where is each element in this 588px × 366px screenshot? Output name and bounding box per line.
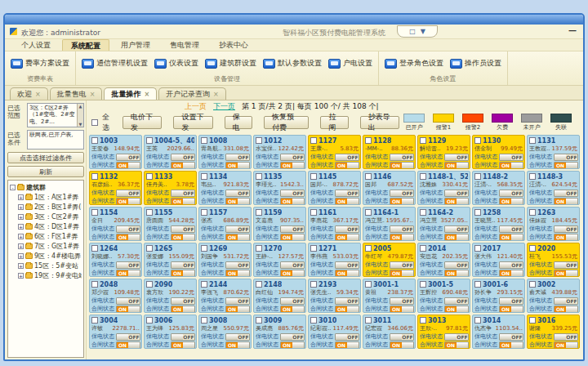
- room-card[interactable]: 3013王欣-..97.81元保电状态OFF合闸状态ON: [417, 315, 470, 349]
- power-protect-toggle[interactable]: OFF: [335, 333, 359, 341]
- room-checkbox[interactable]: [91, 137, 98, 144]
- switch-toggle[interactable]: ON: [335, 341, 359, 349]
- power-protect-toggle[interactable]: OFF: [390, 261, 414, 269]
- room-card[interactable]: 1127王康-..5.83元保电状态OFF合闸状态ON: [308, 135, 361, 169]
- switch-toggle[interactable]: ON: [390, 198, 414, 205]
- room-card[interactable]: 1265张爱娜155.09元保电状态OFF合闸状态ON: [144, 243, 197, 277]
- room-checkbox[interactable]: [420, 209, 426, 216]
- room-checkbox[interactable]: [201, 317, 207, 324]
- room-checkbox[interactable]: [310, 137, 317, 144]
- switch-toggle[interactable]: ON: [171, 234, 195, 241]
- room-checkbox[interactable]: [91, 173, 98, 180]
- room-card[interactable]: 1270王静-..127.57元保电状态OFF合闸状态ON: [253, 243, 306, 277]
- room-checkbox[interactable]: [256, 137, 262, 144]
- room-card[interactable]: 3008周之星550.97元保电状态OFF合闸状态ON: [198, 315, 252, 349]
- room-checkbox[interactable]: [529, 209, 536, 216]
- room-card[interactable]: 1004-5、40-1王英2029.66..保电状态OFF合闸状态ON: [144, 135, 197, 169]
- room-card[interactable]: 1271李伟燕533.03元保电状态OFF合闸状态ON: [308, 243, 361, 277]
- power-protect-toggle[interactable]: OFF: [116, 333, 140, 341]
- ribbon-button[interactable]: 登录角色设置: [382, 56, 446, 70]
- tree-node[interactable]: +1区：A区1#弄: [10, 192, 82, 202]
- power-protect-toggle[interactable]: OFF: [116, 225, 140, 233]
- room-card[interactable]: 1263佳妹霞184.45元保电状态OFF合闸状态ON: [527, 207, 580, 241]
- room-checkbox[interactable]: [146, 317, 153, 324]
- switch-toggle[interactable]: ON: [554, 198, 578, 205]
- menu-item-抄表中心[interactable]: 抄表中心: [211, 39, 256, 51]
- action-button[interactable]: 恢复预付费: [264, 116, 309, 129]
- room-checkbox[interactable]: [474, 173, 481, 180]
- room-card[interactable]: 2090袁方欣190.22元保电状态OFF合闸状态ON: [144, 279, 197, 313]
- ribbon-button[interactable]: 仪表设置: [152, 56, 201, 70]
- expand-icon[interactable]: +: [18, 214, 24, 220]
- room-checkbox[interactable]: [365, 173, 372, 180]
- switch-toggle[interactable]: ON: [225, 270, 250, 277]
- power-protect-toggle[interactable]: OFF: [499, 333, 523, 341]
- action-button[interactable]: 设置下发: [173, 116, 212, 129]
- room-card[interactable]: 3016谢隆339.25元保电状态OFF合闸状态ON: [527, 315, 580, 349]
- switch-toggle[interactable]: ON: [390, 234, 414, 241]
- power-protect-toggle[interactable]: OFF: [225, 333, 250, 341]
- switch-toggle[interactable]: ON: [280, 234, 305, 241]
- switch-toggle[interactable]: ON: [116, 306, 140, 313]
- room-checkbox[interactable]: [201, 137, 207, 144]
- tree-node[interactable]: +6区：F区1#弄（F区...: [10, 231, 82, 241]
- ribbon-button[interactable]: 户电设置: [326, 56, 375, 70]
- switch-toggle[interactable]: ON: [171, 162, 195, 169]
- expand-icon[interactable]: +: [18, 263, 24, 269]
- room-checkbox[interactable]: [420, 173, 426, 180]
- room-card[interactable]: 3001-1黄祖238.37元保电状态OFF合闸状态ON: [363, 279, 416, 313]
- menu-item-用户管理[interactable]: 用户管理: [113, 39, 158, 51]
- expand-icon[interactable]: +: [18, 234, 24, 239]
- room-card[interactable]: 2020桂飞155.53元保电状态OFF合闸状态ON: [527, 243, 580, 277]
- power-protect-toggle[interactable]: OFF: [116, 297, 140, 305]
- power-protect-toggle[interactable]: OFF: [499, 190, 523, 197]
- switch-toggle[interactable]: ON: [390, 306, 414, 313]
- switch-toggle[interactable]: ON: [280, 198, 305, 205]
- switch-toggle[interactable]: ON: [171, 270, 195, 277]
- room-checkbox[interactable]: [420, 317, 426, 324]
- switch-toggle[interactable]: ON: [171, 306, 195, 313]
- tab-欢迎[interactable]: 欢迎×: [10, 87, 48, 100]
- switch-toggle[interactable]: ON: [554, 270, 578, 277]
- switch-toggle[interactable]: ON: [116, 234, 140, 241]
- power-protect-toggle[interactable]: OFF: [444, 225, 469, 233]
- minimize-button[interactable]: —: [568, 26, 577, 35]
- collapse-icon[interactable]: -: [10, 185, 16, 190]
- expand-icon[interactable]: +: [18, 253, 24, 259]
- room-card[interactable]: 1133佳丹美..3.78元保电状态OFF合闸状态ON: [144, 171, 197, 205]
- room-card[interactable]: 1157张杰686.89元保电状态OFF合闸状态ON: [198, 207, 252, 241]
- power-protect-toggle[interactable]: OFF: [554, 333, 578, 341]
- power-protect-toggle[interactable]: OFF: [171, 297, 195, 305]
- tab-批量售电[interactable]: 批量售电×: [50, 87, 103, 100]
- room-checkbox[interactable]: [365, 245, 372, 252]
- switch-toggle[interactable]: ON: [444, 162, 469, 169]
- room-card[interactable]: 1154金日209.45元保电状态OFF合闸状态ON: [89, 207, 142, 241]
- power-protect-toggle[interactable]: OFF: [280, 154, 305, 161]
- room-checkbox[interactable]: [474, 245, 481, 252]
- room-card[interactable]: 1134韦品..921.83元保电状态OFF合闸状态ON: [198, 171, 252, 205]
- switch-toggle[interactable]: ON: [390, 341, 414, 349]
- room-checkbox[interactable]: [256, 245, 262, 252]
- tree-node[interactable]: +19区：9#变电站（2...: [10, 270, 82, 280]
- power-protect-toggle[interactable]: OFF: [335, 154, 359, 161]
- power-protect-toggle[interactable]: OFF: [554, 154, 578, 161]
- room-card[interactable]: 1132石彦娟..36.37元保电状态OFF合闸状态ON: [89, 171, 142, 205]
- power-protect-toggle[interactable]: OFF: [390, 225, 414, 233]
- power-protect-toggle[interactable]: OFF: [335, 261, 359, 269]
- room-checkbox[interactable]: [310, 281, 317, 288]
- switch-toggle[interactable]: ON: [280, 270, 305, 277]
- switch-toggle[interactable]: ON: [444, 341, 469, 349]
- switch-toggle[interactable]: ON: [280, 162, 305, 169]
- power-protect-toggle[interactable]: OFF: [225, 190, 250, 197]
- tree-node[interactable]: +4区：D区1#弄（D区...: [10, 221, 82, 231]
- room-checkbox[interactable]: [146, 137, 153, 144]
- ribbon-button[interactable]: 通信管理机设置: [79, 56, 150, 70]
- power-protect-toggle[interactable]: OFF: [444, 154, 469, 161]
- room-card[interactable]: 1012水宝保..122.42元保电状态OFF合闸状态ON: [253, 135, 306, 169]
- room-checkbox[interactable]: [420, 245, 426, 252]
- room-checkbox[interactable]: [201, 281, 207, 288]
- close-icon[interactable]: ×: [35, 91, 41, 98]
- power-protect-toggle[interactable]: OFF: [280, 225, 305, 233]
- switch-toggle[interactable]: ON: [444, 198, 469, 205]
- power-protect-toggle[interactable]: OFF: [171, 225, 195, 233]
